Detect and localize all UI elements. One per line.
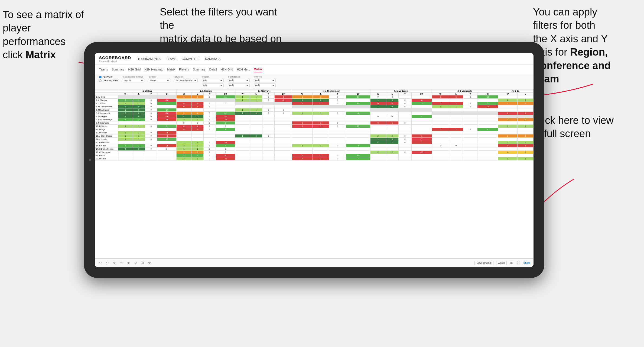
- matrix-cell: [157, 154, 177, 157]
- matrix-cell: -2: [274, 95, 292, 99]
- region-select-2[interactable]: N/A: [202, 83, 224, 87]
- matrix-cell: -16: [157, 115, 177, 118]
- subnav-teams[interactable]: Teams: [99, 67, 108, 72]
- zoom-out-icon[interactable]: ⊖: [133, 261, 138, 265]
- table-row: 12. M Riedel110-6: [95, 131, 534, 134]
- matrix-cell: 0: [449, 144, 463, 147]
- gender-select[interactable]: Men's: [149, 79, 170, 82]
- fullscreen-icon[interactable]: ⛶: [516, 261, 521, 265]
- conference-select-2[interactable]: (All): [228, 83, 250, 87]
- matrix-cell: [145, 151, 157, 154]
- matrix-cell: [313, 108, 329, 112]
- matrix-cell: [346, 131, 370, 134]
- matrix-cell: 1: [204, 112, 216, 115]
- subnav-h2hgrid[interactable]: H2H Grid: [128, 67, 141, 72]
- matrix-cell: 1: [235, 95, 250, 99]
- matrix-cell: 2: [517, 99, 533, 102]
- region-select-1[interactable]: N/A: [202, 79, 224, 82]
- subnav-h2hgrid2[interactable]: H2H Grid: [221, 67, 233, 72]
- matrix-cell: 1: [517, 157, 533, 160]
- undo-icon[interactable]: ↩: [98, 261, 102, 265]
- subnav-matrix[interactable]: Matrix: [167, 67, 175, 72]
- subnav-summary2[interactable]: Summary: [193, 67, 206, 72]
- redo-icon[interactable]: ↪: [105, 261, 109, 265]
- players-select-1[interactable]: (All): [254, 79, 276, 82]
- matrix-cell: 0: [145, 118, 157, 121]
- matrix-cell: 0: [157, 147, 177, 151]
- matrix-cell: 0: [399, 105, 411, 108]
- share-btn[interactable]: Share: [523, 262, 530, 264]
- subnav-h2hhe[interactable]: H2H He...: [237, 67, 250, 72]
- watch-btn[interactable]: Watch: [496, 261, 507, 265]
- matrix-cell: [274, 134, 292, 138]
- matrix-cell: 2: [191, 144, 203, 147]
- col-h-1: 1. W Ding: [118, 89, 177, 93]
- matrix-cell: 13: [477, 95, 498, 99]
- matrix-cell: [432, 154, 449, 157]
- matrix-cell: 0: [329, 112, 346, 115]
- matrix-cell: 3: [118, 112, 133, 115]
- matrix-cell: [329, 105, 346, 108]
- subnav-matrix-active[interactable]: Matrix: [254, 66, 262, 72]
- nav-teams[interactable]: TEAMS: [166, 56, 176, 62]
- max-players-select[interactable]: Top 25: [123, 79, 144, 82]
- matrix-cell: [463, 131, 477, 134]
- compact-view-radio[interactable]: [99, 79, 102, 82]
- matrix-cell: [432, 147, 449, 151]
- fit-icon[interactable]: ⊡: [140, 261, 145, 265]
- matrix-cell: [235, 147, 250, 151]
- matrix-cell: [517, 128, 533, 131]
- settings-icon[interactable]: ⚙: [147, 261, 152, 265]
- matrix-cell: 13: [346, 154, 370, 157]
- full-view-radio[interactable]: [99, 76, 102, 78]
- player-name-cell: 12. M Riedel: [95, 131, 118, 134]
- matrix-cell: 0: [250, 134, 262, 138]
- subnav-summary[interactable]: Summary: [112, 67, 124, 72]
- player-name-cell: 11. M Ege: [95, 128, 118, 131]
- pointer-icon[interactable]: ↖: [119, 261, 123, 265]
- nav-committee[interactable]: COMMITTEE: [182, 56, 200, 62]
- matrix-cell: 1: [133, 99, 145, 102]
- matrix-cell: [477, 147, 498, 151]
- matrix-cell: [449, 112, 463, 115]
- matrix-cell: [235, 154, 250, 157]
- conference-select-1[interactable]: (All): [228, 79, 250, 82]
- matrix-cell: [477, 157, 498, 160]
- matrix-cell: 1: [517, 125, 533, 128]
- matrix-cell: [292, 128, 313, 131]
- subnav-h2hheatmap[interactable]: H2H Heatmap: [144, 67, 163, 72]
- screen-options-icon[interactable]: ⊞: [509, 261, 514, 265]
- matrix-cell: [177, 134, 191, 138]
- matrix-cell: [517, 108, 533, 112]
- players-select-2[interactable]: (All): [254, 83, 276, 87]
- zoom-in-icon[interactable]: ⊕: [126, 261, 131, 265]
- subnav-players[interactable]: Players: [179, 67, 189, 72]
- annotation-right: You can apply filters for both the X axi…: [533, 5, 636, 86]
- matrix-cell: 0: [177, 125, 191, 128]
- view-original-btn[interactable]: View: Original: [474, 261, 493, 265]
- player-name-cell: 6. C Lamprecht: [95, 112, 118, 115]
- nav-tournaments[interactable]: TOURNAMENTS: [138, 56, 161, 62]
- sub-h-l2: L: [191, 93, 203, 95]
- matrix-cell: [292, 131, 313, 134]
- matrix-cell: -6: [477, 105, 498, 108]
- full-view-option[interactable]: Full View: [99, 76, 118, 78]
- compact-view-option[interactable]: Compact View: [99, 79, 118, 82]
- matrix-cell: 0: [177, 105, 191, 108]
- refresh-icon[interactable]: ↺: [112, 261, 116, 265]
- matrix-cell: [292, 115, 313, 118]
- division-select[interactable]: NCAA Division I: [175, 79, 198, 82]
- subnav-detail[interactable]: Detail: [209, 67, 217, 72]
- matrix-cell: 0: [463, 128, 477, 131]
- sub-h-w3: W: [235, 93, 250, 95]
- matrix-cell: [191, 134, 203, 138]
- ann-right-l2: filters for both: [533, 20, 595, 31]
- matrix-cell: 2: [517, 118, 533, 121]
- matrix-cell: [313, 128, 329, 131]
- matrix-cell: 11: [346, 125, 370, 128]
- matrix-cell: 0: [432, 128, 449, 131]
- matrix-cell: [517, 131, 533, 134]
- nav-rankings[interactable]: RANKINGS: [205, 56, 220, 62]
- matrix-cell: [157, 128, 177, 131]
- matrix-cell: 0: [204, 115, 216, 118]
